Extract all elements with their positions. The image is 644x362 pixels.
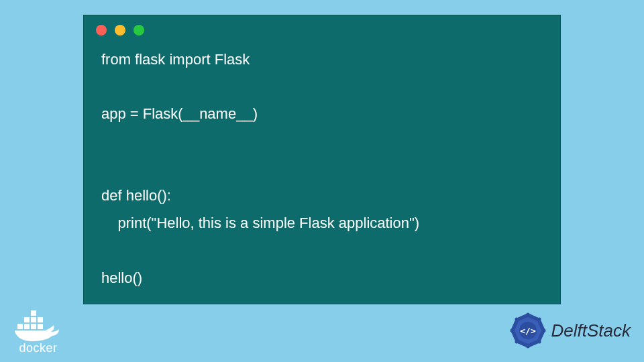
- code-line: from flask import Flask: [101, 51, 250, 68]
- svg-point-18: [510, 329, 513, 333]
- minimize-dot-icon: [115, 25, 125, 36]
- svg-rect-4: [24, 317, 30, 322]
- svg-rect-3: [38, 324, 43, 329]
- svg-point-12: [526, 313, 529, 316]
- code-line: hello(): [101, 269, 142, 286]
- svg-rect-1: [24, 324, 30, 329]
- svg-rect-5: [31, 317, 36, 322]
- svg-rect-7: [31, 310, 36, 316]
- delftstack-logo: </> DelftStack: [508, 311, 631, 350]
- code-line: print("Hello, this is a simple Flask app…: [101, 215, 419, 231]
- delftstack-label: DelftStack: [551, 320, 631, 341]
- svg-point-14: [542, 329, 545, 333]
- maximize-dot-icon: [133, 25, 144, 36]
- svg-point-17: [515, 341, 518, 344]
- code-line: app = Flask(__name__): [101, 105, 258, 122]
- docker-label: docker: [12, 341, 64, 355]
- window-controls: [84, 15, 560, 41]
- svg-point-15: [537, 341, 541, 344]
- svg-point-13: [537, 318, 541, 321]
- svg-point-19: [515, 318, 518, 321]
- svg-rect-2: [31, 324, 36, 329]
- svg-rect-6: [38, 317, 43, 322]
- code-line: def hello():: [101, 187, 171, 204]
- code-body: from flask import Flask app = Flask(__na…: [84, 41, 560, 305]
- svg-point-16: [526, 345, 529, 349]
- code-window: from flask import Flask app = Flask(__na…: [83, 15, 561, 304]
- docker-whale-icon: [12, 309, 64, 343]
- delftstack-badge-icon: </>: [508, 311, 547, 350]
- docker-logo: docker: [12, 309, 64, 355]
- svg-text:</>: </>: [520, 326, 536, 336]
- svg-rect-0: [17, 324, 23, 329]
- close-dot-icon: [96, 25, 107, 36]
